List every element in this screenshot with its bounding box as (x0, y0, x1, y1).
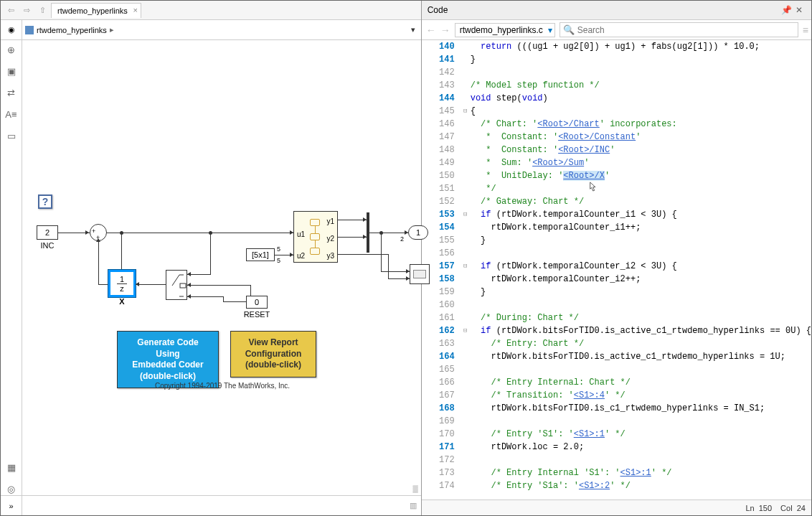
code-line[interactable]: 158 rtDWork.temporalCounter_i2++; (422, 273, 811, 286)
code-line[interactable]: 170 /* Entry 'S1': '<S1>:1' */ (422, 428, 811, 441)
code-line[interactable]: 173 /* Entry Internal 'S1': '<S1>:1' */ (422, 466, 811, 479)
code-line[interactable]: 147 * Constant: '<Root>/Constant' (422, 131, 811, 144)
code-back-icon[interactable]: ← (426, 24, 436, 36)
code-line[interactable]: 153⊟ if (rtDWork.temporalCounter_i1 < 3U… (422, 208, 811, 221)
ln-label: Ln (745, 504, 754, 512)
code-panel-title-bar: Code 📌 ✕ (422, 1, 811, 20)
port-y2: y2 (326, 235, 334, 243)
svg-line-2 (172, 275, 179, 286)
arrows-icon[interactable]: ⇄ (5, 86, 18, 99)
camera-icon[interactable]: ▦ (5, 461, 18, 474)
help-block[interactable]: ? (38, 194, 52, 209)
search-icon: 🔍 (563, 24, 575, 35)
simulink-canvas[interactable]: ? 2 INC + + (22, 40, 421, 495)
code-editor[interactable]: 140 return (((ug1 + ug2[0]) + ug1) + fab… (422, 40, 811, 499)
code-line[interactable]: 156 (422, 247, 811, 260)
resize-grip-icon[interactable]: ▓ (412, 484, 417, 492)
model-tab[interactable]: rtwdemo_hyperlinks (51, 3, 141, 18)
model-browser-toggle[interactable]: ◉ (1, 20, 22, 39)
code-line[interactable]: 171 rtDWork.loc = 2.0; (422, 441, 811, 454)
expand-toggle[interactable]: » (1, 496, 22, 515)
code-line[interactable]: 162⊟ if (rtDWork.bitsForTID0.is_active_c… (422, 324, 811, 337)
code-line[interactable]: 149 * Sum: '<Root>/Sum' (422, 156, 811, 169)
code-line[interactable]: 165 (422, 363, 811, 376)
model-panel: ⇦ ⇨ ⇧ rtwdemo_hyperlinks ◉ rtwdemo_hyper… (1, 1, 422, 515)
nav-back-icon[interactable]: ⇦ (4, 3, 18, 17)
code-line[interactable]: 152 /* Gateway: Chart */ (422, 195, 811, 208)
inc-value: 2 (45, 228, 49, 237)
port-u1: u1 (297, 230, 305, 238)
code-line[interactable]: 166 /* Entry Internal: Chart */ (422, 376, 811, 389)
code-line[interactable]: 155 } (422, 234, 811, 247)
unitdelay-num: 1 (120, 275, 124, 283)
nav-up-icon[interactable]: ⇧ (35, 3, 49, 17)
file-selector[interactable]: rtwdemo_hyperlinks.c (455, 23, 555, 37)
unitdelay-x-block[interactable]: 1 z X (108, 270, 136, 297)
port-y3: y3 (326, 252, 334, 260)
code-line[interactable]: 169 (422, 415, 811, 428)
zoom-in-icon[interactable]: ⊕ (5, 43, 18, 56)
port-u2: u2 (297, 252, 305, 260)
code-line[interactable]: 146 /* Chart: '<Root>/Chart' incorporate… (422, 118, 811, 131)
scope-block[interactable] (410, 264, 430, 284)
view-report-button[interactable]: View Report Configuration (double-click) (230, 331, 316, 377)
code-line[interactable]: 143/* Model step function */ (422, 79, 811, 92)
outport-label: 1 (416, 228, 420, 237)
code-line[interactable]: 157⊟ if (rtDWork.temporalCounter_i2 < 3U… (422, 260, 811, 273)
code-line[interactable]: 159 } (422, 286, 811, 299)
code-line[interactable]: 174 /* Entry 'S1a': '<S1>:2' */ (422, 479, 811, 492)
switch-block[interactable] (166, 270, 187, 300)
constant-block[interactable]: [5x1] (246, 248, 275, 261)
reset-value: 0 (255, 298, 259, 306)
breadcrumb-menu-icon[interactable]: ▾ (411, 25, 421, 34)
code-line[interactable]: 172 (422, 454, 811, 466)
code-line[interactable]: 154 rtDWork.temporalCounter_i1++; (422, 221, 811, 234)
annotation-icon[interactable]: A≡ (5, 108, 18, 121)
unitdelay-label: X (119, 297, 124, 306)
code-line[interactable]: 141} (422, 53, 811, 66)
breadcrumb-label: rtwdemo_hyperlinks (37, 26, 107, 34)
code-line[interactable]: 164 rtDWork.bitsForTID0.is_active_c1_rtw… (422, 350, 811, 363)
code-line[interactable]: 145⊟{ (422, 105, 811, 118)
svg-rect-3 (180, 283, 186, 288)
unitdelay-den: z (120, 284, 124, 293)
pin-icon[interactable]: 📌 (781, 5, 791, 15)
code-line[interactable]: 163 /* Entry: Chart */ (422, 337, 811, 350)
code-line[interactable]: 148 * Constant: '<Root>/INC' (422, 144, 811, 156)
rect-icon[interactable]: ▭ (5, 129, 18, 142)
code-line[interactable]: 167 /* Transition: '<S1>:4' */ (422, 389, 811, 402)
search-input[interactable] (577, 25, 620, 35)
code-line[interactable]: 151 */ (422, 182, 811, 195)
record-icon[interactable]: ◎ (5, 482, 18, 495)
ln-value: 150 (759, 504, 772, 512)
breadcrumb-bar: ◉ rtwdemo_hyperlinks ▸ ▾ (1, 20, 421, 40)
code-line[interactable]: 142 (422, 66, 811, 79)
code-line[interactable]: 144void step(void) (422, 92, 811, 105)
code-line[interactable]: 160 (422, 299, 811, 311)
search-field[interactable]: 🔍 (560, 22, 798, 37)
breadcrumb[interactable]: rtwdemo_hyperlinks ▸ ▾ (22, 25, 421, 34)
chevron-right-icon: ▸ (110, 25, 114, 34)
close-icon[interactable]: ✕ (796, 5, 806, 15)
code-line[interactable]: 161 /* During: Chart */ (422, 311, 811, 324)
chart-subsystem[interactable]: u1 u2 y1 y2 y3 (293, 211, 338, 263)
canvas-status-bar: » ▥ (1, 495, 421, 515)
dim-annotation-bot: 5 (277, 257, 280, 264)
code-fwd-icon[interactable]: → (440, 24, 450, 36)
nav-fwd-icon[interactable]: ⇨ (19, 3, 34, 17)
fit-icon[interactable]: ▣ (5, 65, 18, 78)
code-status-bar: Ln 150 Col 24 (422, 499, 811, 515)
outport-block[interactable]: 1 (408, 225, 428, 240)
reset-block[interactable]: 0 RESET (246, 296, 268, 309)
code-line[interactable]: 168 rtDWork.bitsForTID0.is_c1_rtwdemo_hy… (422, 402, 811, 415)
inc-label: INC (41, 241, 55, 250)
code-line[interactable]: 140 return (((ug1 + ug2[0]) + ug1) + fab… (422, 40, 811, 53)
code-line[interactable]: 150 * UnitDelay: '<Root>/X' (422, 169, 811, 182)
model-icon (25, 26, 34, 34)
inc-block[interactable]: 2 INC (37, 225, 58, 240)
dim-annotation-top: 5 (277, 245, 280, 253)
generate-code-button[interactable]: Generate Code Using Embedded Coder (doub… (117, 331, 219, 388)
menu-icon[interactable]: ≡ (803, 24, 807, 36)
copyright-text: Copyright 1994-2019 The MathWorks, Inc. (155, 382, 290, 390)
constant-value: [5x1] (252, 250, 269, 259)
